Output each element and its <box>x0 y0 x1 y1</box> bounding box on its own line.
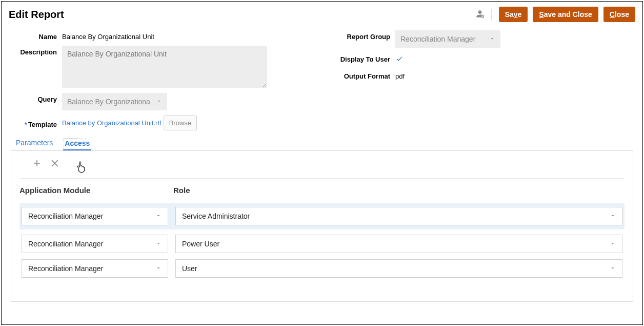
svg-text:?: ? <box>481 15 483 18</box>
app-module-value: Reconciliation Manager <box>28 240 103 248</box>
chevron-down-icon <box>155 212 162 220</box>
name-label: Name <box>11 30 62 41</box>
chevron-down-icon <box>489 35 495 43</box>
display-to-user-label: Display To User <box>329 53 395 63</box>
col-role: Role <box>173 186 625 195</box>
table-row[interactable]: Reconciliation Manager Power User <box>19 232 625 256</box>
browse-button[interactable]: Browse <box>164 116 197 130</box>
table-row[interactable]: Reconciliation Manager User <box>19 256 625 281</box>
template-label: *Template <box>11 118 62 128</box>
description-input[interactable] <box>62 46 267 88</box>
chevron-down-icon <box>155 264 162 273</box>
report-group-select: Reconciliation Manager <box>395 30 500 48</box>
query-label: Query <box>11 93 62 103</box>
user-status-icon[interactable]: ? <box>475 9 492 21</box>
query-value: Balance By Organizationa <box>67 98 150 106</box>
output-format-value: pdf <box>395 70 405 80</box>
close-button[interactable]: Close <box>603 7 635 22</box>
app-module-value: Reconciliation Manager <box>28 264 103 273</box>
template-link[interactable]: Balance by Organizational Unit.rtf <box>62 119 162 127</box>
query-select: Balance By Organizationa <box>62 93 167 110</box>
role-value: Power User <box>182 240 219 248</box>
chevron-down-icon <box>156 98 162 106</box>
app-module-value: Reconciliation Manager <box>28 212 103 220</box>
role-select[interactable]: Power User <box>175 235 622 253</box>
chevron-down-icon <box>610 264 616 273</box>
delete-icon[interactable] <box>50 158 61 170</box>
report-group-value: Reconciliation Manager <box>400 35 475 43</box>
table-row[interactable]: Reconciliation Manager Service Administr… <box>19 203 625 229</box>
role-value: Service Administrator <box>182 212 250 220</box>
report-group-label: Report Group <box>329 30 395 41</box>
add-icon[interactable] <box>32 158 42 170</box>
output-format-label: Output Format <box>329 70 395 80</box>
app-module-select[interactable]: Reconciliation Manager <box>22 207 168 225</box>
chevron-down-icon <box>155 240 162 248</box>
chevron-down-icon <box>610 240 616 248</box>
name-value: Balance By Organizational Unit <box>62 30 154 41</box>
save-button[interactable]: Save <box>499 7 528 22</box>
tab-access[interactable]: Access <box>63 139 91 150</box>
page-title: Edit Report <box>9 9 64 21</box>
role-select[interactable]: Service Administrator <box>175 207 622 225</box>
chevron-down-icon <box>610 212 616 220</box>
app-module-select[interactable]: Reconciliation Manager <box>22 259 168 278</box>
role-select[interactable]: User <box>175 259 622 278</box>
app-module-select[interactable]: Reconciliation Manager <box>22 235 168 253</box>
description-label: Description <box>11 46 62 56</box>
access-panel: Application Module Role Reconciliation M… <box>11 150 633 302</box>
role-value: User <box>182 264 197 273</box>
save-and-close-button[interactable]: Save and Close <box>533 7 598 22</box>
col-application-module: Application Module <box>19 186 173 195</box>
tab-parameters[interactable]: Parameters <box>16 139 53 150</box>
check-icon <box>395 53 404 65</box>
